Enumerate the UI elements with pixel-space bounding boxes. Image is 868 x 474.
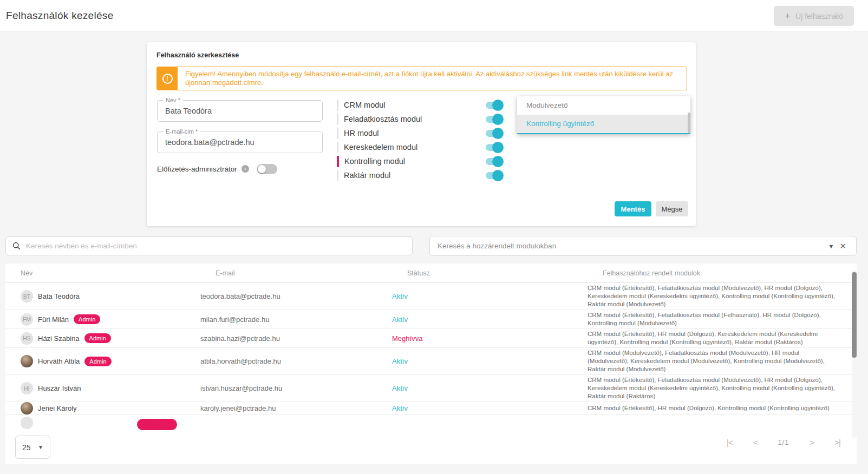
admin-badge [137,419,177,430]
save-button[interactable]: Mentés [615,201,651,216]
new-user-button-label: Új felhasználó [795,12,843,21]
edit-user-card: Felhasználó szerkesztése ! Figyelem! Ame… [147,42,696,226]
module-label: Kereskedelem modul [344,143,417,152]
name-field: Név * [157,100,323,122]
module-list: CRM modulFeladatkiosztás modulHR modulKe… [337,98,505,182]
module-row: Feladatkiosztás modul [337,112,505,126]
dropdown-option[interactable]: Modulvezető [517,96,690,115]
dropdown-scrollbar-thumb[interactable] [688,113,690,133]
user-email: milan.furi@pctrade.hu [200,315,392,324]
module-label: Feladatkiosztás modul [344,115,422,123]
user-modules: CRM modul (Modulvezető), Feladatkiosztás… [588,348,857,374]
email-field: E-mail-cim * [157,131,323,153]
subscription-admin-row: Előfizetés-adminisztrátor i [157,163,277,174]
user-name: Horváth Attila [38,357,80,365]
module-row: CRM modul [337,98,505,112]
module-toggle[interactable] [486,158,502,165]
warning-icon: ! [157,67,178,90]
info-icon: i [242,165,249,173]
table-body: BTBata Teodórateodora.bata@pctrade.huAkt… [5,283,857,440]
user-email: istvan.huszar@pctrade.hu [200,384,392,392]
admin-badge: Admin [74,314,100,324]
clear-filter-icon[interactable]: ✕ [837,241,849,251]
module-label: Raktár modul [344,171,390,180]
column-header-status: Státusz [407,264,430,283]
page-size-caret-icon: ▼ [38,444,43,450]
module-indicator-bar [337,100,338,111]
avatar: HS [21,332,33,345]
user-email: karoly.jenei@pctrade.hu [200,404,392,412]
name-input[interactable] [158,101,322,121]
page-size-select[interactable]: 25 ▼ [15,436,50,459]
pagination-prev-button[interactable]: < [753,438,758,447]
avatar: FM [21,313,33,326]
module-row: HR modul [337,126,505,140]
module-toggle[interactable] [486,130,502,137]
avatar: HI [21,382,33,394]
table-row[interactable]: Jenei Károlykaroly.jenei@pctrade.huAktív… [5,402,857,415]
table-row-partial[interactable] [5,415,857,439]
module-toggle[interactable] [486,102,502,109]
user-email: teodora.bata@pctrade.hu [200,292,392,300]
admin-badge: Admin [84,357,111,366]
pagination-first-button[interactable]: |< [727,438,733,447]
table-header: Név E-mail Státusz Felhasználóhoz rendel… [5,264,857,283]
module-label: Kontrolling modul [344,157,405,166]
user-name: Füri Milán [38,315,69,324]
cancel-button[interactable]: Mégse [656,201,688,216]
table-row[interactable]: FMFüri MilánAdminmilan.furi@pctrade.huAk… [5,310,857,329]
module-filter-select[interactable]: Keresés a hozzárendelt modulokban ▼ ✕ [429,236,857,256]
page-title: Felhasználók kezelése [6,10,114,22]
module-row: Kontrolling modul [337,154,505,168]
avatar [21,402,33,414]
pagination-indicator: 1/1 [778,438,789,446]
module-toggle[interactable] [486,172,502,179]
column-header-modules: Felhasználóhoz rendelt modulok [603,264,700,283]
avatar: BT [21,290,33,302]
user-email: attila.horvath@pctrade.hu [200,357,392,365]
module-row: Kereskedelem modul [337,140,505,154]
user-status: Aktív [392,357,588,365]
module-toggle[interactable] [486,144,502,151]
module-indicator-bar [337,156,339,167]
column-header-email: E-mail [216,264,234,283]
module-label: CRM modul [344,101,386,109]
module-row: Raktár modul [337,168,505,182]
search-icon [12,242,21,250]
new-user-button[interactable]: + Új felhasználó [774,6,854,26]
role-dropdown: ModulvezetőKontrolling ügyintéző [517,96,690,134]
module-indicator-bar [337,114,338,125]
edit-card-title: Felhasználó szerkesztése [156,51,239,59]
top-bar: Felhasználók kezelése + Új felhasználó [0,0,868,31]
plus-icon: + [785,11,791,21]
subscription-admin-label: Előfizetés-adminisztrátor [157,165,237,173]
avatar [21,417,33,429]
dropdown-option[interactable]: Kontrolling ügyintéző [517,115,690,133]
user-email: szabina.hazi@pctrade.hu [200,334,392,343]
user-status: Aktív [392,292,588,300]
table-row[interactable]: HIHuszár Istvánistvan.huszar@pctrade.huA… [5,375,857,402]
table-row[interactable]: HSHázi SzabinaAdminszabina.hazi@pctrade.… [5,329,857,348]
chevron-down-icon[interactable]: ▼ [825,243,838,249]
user-status: Meghívva [392,334,588,343]
pagination-next-button[interactable]: > [810,438,814,447]
module-indicator-bar [337,142,338,153]
user-modules: CRM modul (Értékesítő), HR modul (Dolgoz… [588,329,857,347]
page-size-value: 25 [22,443,31,452]
search-box [5,236,413,255]
email-input[interactable] [158,132,322,153]
search-input[interactable] [26,242,406,250]
user-name: Házi Szabina [38,334,80,343]
column-header-name: Név [21,264,32,283]
user-modules: CRM modul (Értékesítő), Feladatkiosztás … [588,375,857,401]
avatar [21,355,33,367]
module-toggle[interactable] [486,116,502,123]
table-row[interactable]: BTBata Teodórateodora.bata@pctrade.huAkt… [5,283,857,310]
user-status: Aktív [392,315,588,324]
module-filter-label: Keresés a hozzárendelt modulokban [438,242,556,250]
module-indicator-bar [337,170,338,181]
pagination-last-button[interactable]: >| [834,438,840,447]
scrollbar-thumb[interactable] [852,272,857,358]
table-row[interactable]: Horváth AttilaAdminattila.horvath@pctrad… [5,348,857,375]
subscription-admin-toggle[interactable] [257,164,277,174]
